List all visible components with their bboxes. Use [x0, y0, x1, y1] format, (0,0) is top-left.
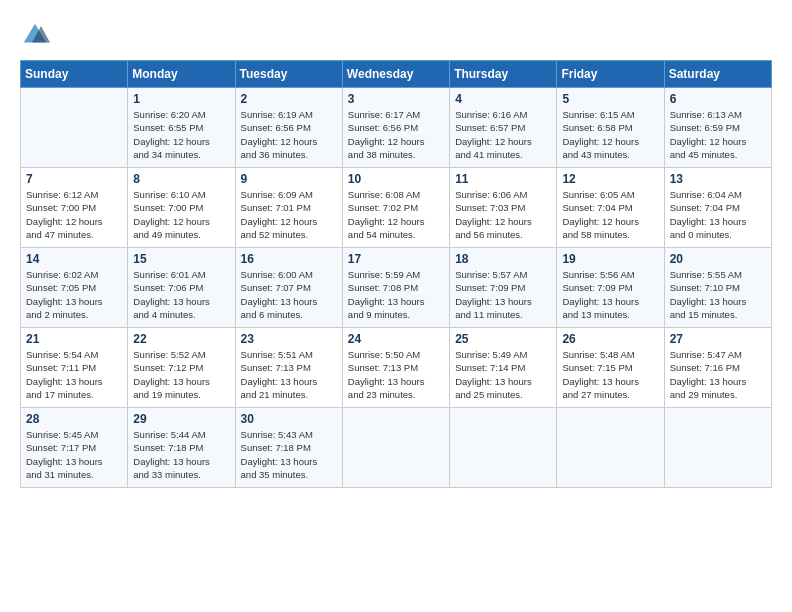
day-info: Sunrise: 5:43 AM Sunset: 7:18 PM Dayligh… — [241, 428, 337, 481]
day-number: 13 — [670, 172, 766, 186]
day-info: Sunrise: 6:06 AM Sunset: 7:03 PM Dayligh… — [455, 188, 551, 241]
day-number: 2 — [241, 92, 337, 106]
calendar-cell: 12Sunrise: 6:05 AM Sunset: 7:04 PM Dayli… — [557, 168, 664, 248]
col-header-wednesday: Wednesday — [342, 61, 449, 88]
day-number: 16 — [241, 252, 337, 266]
col-header-tuesday: Tuesday — [235, 61, 342, 88]
day-info: Sunrise: 6:08 AM Sunset: 7:02 PM Dayligh… — [348, 188, 444, 241]
calendar-cell: 6Sunrise: 6:13 AM Sunset: 6:59 PM Daylig… — [664, 88, 771, 168]
day-number: 28 — [26, 412, 122, 426]
day-info: Sunrise: 6:09 AM Sunset: 7:01 PM Dayligh… — [241, 188, 337, 241]
calendar-cell: 28Sunrise: 5:45 AM Sunset: 7:17 PM Dayli… — [21, 408, 128, 488]
calendar-table: SundayMondayTuesdayWednesdayThursdayFrid… — [20, 60, 772, 488]
day-info: Sunrise: 6:19 AM Sunset: 6:56 PM Dayligh… — [241, 108, 337, 161]
calendar-cell: 30Sunrise: 5:43 AM Sunset: 7:18 PM Dayli… — [235, 408, 342, 488]
col-header-thursday: Thursday — [450, 61, 557, 88]
week-row-1: 1Sunrise: 6:20 AM Sunset: 6:55 PM Daylig… — [21, 88, 772, 168]
day-info: Sunrise: 5:44 AM Sunset: 7:18 PM Dayligh… — [133, 428, 229, 481]
calendar-cell — [21, 88, 128, 168]
week-row-4: 21Sunrise: 5:54 AM Sunset: 7:11 PM Dayli… — [21, 328, 772, 408]
calendar-cell: 1Sunrise: 6:20 AM Sunset: 6:55 PM Daylig… — [128, 88, 235, 168]
day-info: Sunrise: 6:17 AM Sunset: 6:56 PM Dayligh… — [348, 108, 444, 161]
day-number: 14 — [26, 252, 122, 266]
calendar-cell: 13Sunrise: 6:04 AM Sunset: 7:04 PM Dayli… — [664, 168, 771, 248]
day-info: Sunrise: 5:55 AM Sunset: 7:10 PM Dayligh… — [670, 268, 766, 321]
day-number: 1 — [133, 92, 229, 106]
calendar-cell — [664, 408, 771, 488]
day-number: 17 — [348, 252, 444, 266]
day-info: Sunrise: 6:04 AM Sunset: 7:04 PM Dayligh… — [670, 188, 766, 241]
day-info: Sunrise: 6:00 AM Sunset: 7:07 PM Dayligh… — [241, 268, 337, 321]
day-info: Sunrise: 5:48 AM Sunset: 7:15 PM Dayligh… — [562, 348, 658, 401]
calendar-cell: 20Sunrise: 5:55 AM Sunset: 7:10 PM Dayli… — [664, 248, 771, 328]
day-number: 30 — [241, 412, 337, 426]
day-number: 9 — [241, 172, 337, 186]
calendar-cell: 10Sunrise: 6:08 AM Sunset: 7:02 PM Dayli… — [342, 168, 449, 248]
day-number: 29 — [133, 412, 229, 426]
day-number: 4 — [455, 92, 551, 106]
calendar-cell: 18Sunrise: 5:57 AM Sunset: 7:09 PM Dayli… — [450, 248, 557, 328]
day-info: Sunrise: 6:10 AM Sunset: 7:00 PM Dayligh… — [133, 188, 229, 241]
day-info: Sunrise: 5:54 AM Sunset: 7:11 PM Dayligh… — [26, 348, 122, 401]
calendar-cell: 2Sunrise: 6:19 AM Sunset: 6:56 PM Daylig… — [235, 88, 342, 168]
calendar-cell: 25Sunrise: 5:49 AM Sunset: 7:14 PM Dayli… — [450, 328, 557, 408]
day-number: 10 — [348, 172, 444, 186]
day-number: 22 — [133, 332, 229, 346]
day-info: Sunrise: 5:57 AM Sunset: 7:09 PM Dayligh… — [455, 268, 551, 321]
day-number: 25 — [455, 332, 551, 346]
calendar-cell: 3Sunrise: 6:17 AM Sunset: 6:56 PM Daylig… — [342, 88, 449, 168]
day-info: Sunrise: 6:12 AM Sunset: 7:00 PM Dayligh… — [26, 188, 122, 241]
day-number: 19 — [562, 252, 658, 266]
day-number: 12 — [562, 172, 658, 186]
calendar-cell: 16Sunrise: 6:00 AM Sunset: 7:07 PM Dayli… — [235, 248, 342, 328]
day-info: Sunrise: 5:52 AM Sunset: 7:12 PM Dayligh… — [133, 348, 229, 401]
col-header-saturday: Saturday — [664, 61, 771, 88]
calendar-cell — [450, 408, 557, 488]
day-number: 6 — [670, 92, 766, 106]
day-number: 27 — [670, 332, 766, 346]
calendar-cell: 22Sunrise: 5:52 AM Sunset: 7:12 PM Dayli… — [128, 328, 235, 408]
col-header-sunday: Sunday — [21, 61, 128, 88]
calendar-cell: 7Sunrise: 6:12 AM Sunset: 7:00 PM Daylig… — [21, 168, 128, 248]
day-number: 26 — [562, 332, 658, 346]
day-number: 23 — [241, 332, 337, 346]
calendar-cell: 11Sunrise: 6:06 AM Sunset: 7:03 PM Dayli… — [450, 168, 557, 248]
week-row-3: 14Sunrise: 6:02 AM Sunset: 7:05 PM Dayli… — [21, 248, 772, 328]
day-info: Sunrise: 5:45 AM Sunset: 7:17 PM Dayligh… — [26, 428, 122, 481]
day-number: 7 — [26, 172, 122, 186]
day-info: Sunrise: 5:47 AM Sunset: 7:16 PM Dayligh… — [670, 348, 766, 401]
day-number: 20 — [670, 252, 766, 266]
calendar-cell: 27Sunrise: 5:47 AM Sunset: 7:16 PM Dayli… — [664, 328, 771, 408]
day-info: Sunrise: 6:02 AM Sunset: 7:05 PM Dayligh… — [26, 268, 122, 321]
day-number: 3 — [348, 92, 444, 106]
page-header — [20, 20, 772, 50]
calendar-cell: 24Sunrise: 5:50 AM Sunset: 7:13 PM Dayli… — [342, 328, 449, 408]
calendar-cell: 21Sunrise: 5:54 AM Sunset: 7:11 PM Dayli… — [21, 328, 128, 408]
header-row: SundayMondayTuesdayWednesdayThursdayFrid… — [21, 61, 772, 88]
week-row-2: 7Sunrise: 6:12 AM Sunset: 7:00 PM Daylig… — [21, 168, 772, 248]
day-info: Sunrise: 5:50 AM Sunset: 7:13 PM Dayligh… — [348, 348, 444, 401]
day-info: Sunrise: 6:01 AM Sunset: 7:06 PM Dayligh… — [133, 268, 229, 321]
calendar-cell: 29Sunrise: 5:44 AM Sunset: 7:18 PM Dayli… — [128, 408, 235, 488]
day-number: 24 — [348, 332, 444, 346]
calendar-cell — [557, 408, 664, 488]
day-info: Sunrise: 6:13 AM Sunset: 6:59 PM Dayligh… — [670, 108, 766, 161]
col-header-friday: Friday — [557, 61, 664, 88]
logo — [20, 20, 54, 50]
day-number: 21 — [26, 332, 122, 346]
calendar-cell: 19Sunrise: 5:56 AM Sunset: 7:09 PM Dayli… — [557, 248, 664, 328]
day-info: Sunrise: 5:49 AM Sunset: 7:14 PM Dayligh… — [455, 348, 551, 401]
calendar-cell: 9Sunrise: 6:09 AM Sunset: 7:01 PM Daylig… — [235, 168, 342, 248]
calendar-cell: 4Sunrise: 6:16 AM Sunset: 6:57 PM Daylig… — [450, 88, 557, 168]
day-info: Sunrise: 5:59 AM Sunset: 7:08 PM Dayligh… — [348, 268, 444, 321]
day-number: 15 — [133, 252, 229, 266]
calendar-cell: 17Sunrise: 5:59 AM Sunset: 7:08 PM Dayli… — [342, 248, 449, 328]
day-info: Sunrise: 6:05 AM Sunset: 7:04 PM Dayligh… — [562, 188, 658, 241]
day-number: 5 — [562, 92, 658, 106]
day-number: 18 — [455, 252, 551, 266]
calendar-cell: 26Sunrise: 5:48 AM Sunset: 7:15 PM Dayli… — [557, 328, 664, 408]
day-number: 11 — [455, 172, 551, 186]
calendar-cell: 14Sunrise: 6:02 AM Sunset: 7:05 PM Dayli… — [21, 248, 128, 328]
calendar-cell: 23Sunrise: 5:51 AM Sunset: 7:13 PM Dayli… — [235, 328, 342, 408]
calendar-cell — [342, 408, 449, 488]
